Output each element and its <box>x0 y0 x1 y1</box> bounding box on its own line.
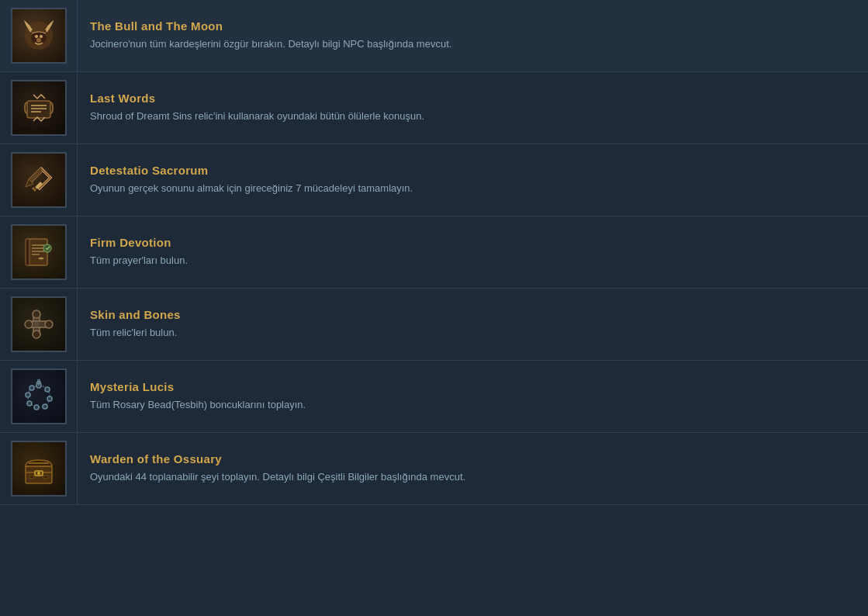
svg-rect-11 <box>26 239 29 265</box>
list-item[interactable]: Firm DevotionTüm prayer'ları bulun. <box>0 216 868 289</box>
achievement-icon-detestatio <box>11 152 67 208</box>
achievement-icon-warden <box>11 441 67 497</box>
achievement-content: Skin and BonesTüm relic'leri bulun. <box>78 289 868 360</box>
achievement-description: Tüm prayer'ları bulun. <box>90 254 856 268</box>
svg-point-22 <box>45 320 53 328</box>
list-item[interactable]: Last WordsShroud of Dreamt Sins relic'in… <box>0 72 868 144</box>
achievement-description: Tüm Rosary Bead(Tesbih) boncuklarını top… <box>90 398 856 412</box>
list-item[interactable]: Warden of the OssuaryOyundaki 44 toplana… <box>0 433 868 505</box>
achievement-content: Detestatio SacrorumOyunun gerçek sonunu … <box>78 144 868 216</box>
svg-point-26 <box>45 387 50 392</box>
svg-point-19 <box>33 330 40 338</box>
svg-point-23 <box>34 322 39 327</box>
achievement-title: Firm Devotion <box>90 236 856 249</box>
achievement-icon-firm-devotion <box>11 224 67 280</box>
achievement-content: Warden of the OssuaryOyundaki 44 toplana… <box>78 433 868 504</box>
achievement-title: Mysteria Lucis <box>90 380 856 393</box>
achievement-icon-cell <box>0 289 78 360</box>
achievement-icon-skin-bones <box>11 296 67 352</box>
achievement-icon-bull-moon <box>11 8 67 64</box>
svg-point-28 <box>43 404 47 409</box>
achievement-icon-mysteria <box>11 369 67 424</box>
achievement-content: Mysteria LucisTüm Rosary Bead(Tesbih) bo… <box>78 361 868 432</box>
achievement-icon-cell <box>0 144 78 216</box>
achievement-description: Tüm relic'leri bulun. <box>90 326 856 340</box>
achievement-icon-cell <box>0 0 78 71</box>
list-item[interactable]: Skin and BonesTüm relic'leri bulun. <box>0 289 868 361</box>
achievement-icon-cell <box>0 361 78 432</box>
achievement-description: Shroud of Dreamt Sins relic'ini kullanar… <box>90 109 856 123</box>
achievement-title: Last Words <box>90 92 856 105</box>
svg-point-30 <box>27 401 32 406</box>
achievement-description: Oyunun gerçek sonunu almak için gireceği… <box>90 182 856 196</box>
svg-rect-33 <box>37 379 40 381</box>
svg-rect-10 <box>27 239 47 265</box>
achievement-icon-cell <box>0 216 78 288</box>
achievement-content: Last WordsShroud of Dreamt Sins relic'in… <box>78 72 868 144</box>
achievement-description: Oyundaki 44 toplanabilir şeyi toplayın. … <box>90 470 856 484</box>
achievement-title: The Bull and The Moon <box>90 19 856 33</box>
list-item[interactable]: Mysteria LucisTüm Rosary Bead(Tesbih) bo… <box>0 361 868 433</box>
svg-point-18 <box>33 310 40 318</box>
svg-point-29 <box>34 405 39 410</box>
achievement-icon-last-words <box>11 80 67 136</box>
svg-rect-40 <box>43 476 48 479</box>
achievement-list: The Bull and The MoonJocinero'nun tüm ka… <box>0 0 868 505</box>
svg-point-3 <box>40 35 43 38</box>
achievement-title: Detestatio Sacrorum <box>90 164 856 177</box>
svg-rect-39 <box>29 476 34 479</box>
svg-point-27 <box>47 396 52 401</box>
svg-point-37 <box>37 472 40 475</box>
svg-point-31 <box>26 393 30 397</box>
svg-rect-5 <box>27 101 50 118</box>
achievement-description: Jocinero'nun tüm kardeşlerini özgür bıra… <box>90 37 856 51</box>
achievement-title: Warden of the Ossuary <box>90 452 856 465</box>
achievement-content: Firm DevotionTüm prayer'ları bulun. <box>78 216 868 288</box>
achievement-icon-cell <box>0 433 78 504</box>
list-item[interactable]: Detestatio SacrorumOyunun gerçek sonunu … <box>0 144 868 216</box>
achievement-title: Skin and Bones <box>90 308 856 321</box>
svg-point-2 <box>35 35 38 38</box>
svg-point-4 <box>36 38 41 43</box>
achievement-icon-cell <box>0 72 78 144</box>
achievement-content: The Bull and The MoonJocinero'nun tüm ka… <box>78 0 868 71</box>
list-item[interactable]: The Bull and The MoonJocinero'nun tüm ka… <box>0 0 868 72</box>
svg-point-32 <box>29 386 34 390</box>
svg-point-21 <box>25 320 33 328</box>
